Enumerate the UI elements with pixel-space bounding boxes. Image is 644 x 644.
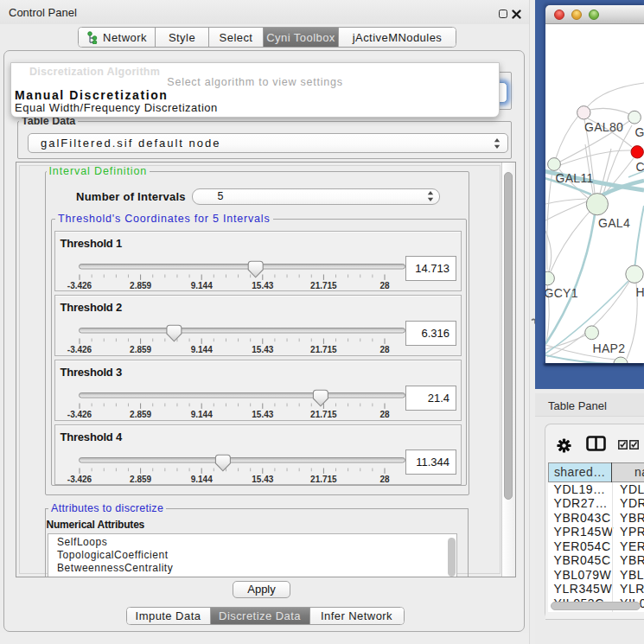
svg-text:15.43: 15.43 [252, 281, 273, 290]
svg-text:15.43: 15.43 [252, 410, 273, 419]
svg-text:C: C [636, 160, 644, 174]
svg-text:H: H [636, 285, 644, 299]
svg-text:9.144: 9.144 [191, 410, 213, 419]
svg-text:28: 28 [379, 281, 390, 290]
svg-text:2.859: 2.859 [130, 475, 151, 484]
svg-text:28: 28 [379, 345, 390, 354]
svg-text:-3.426: -3.426 [67, 475, 92, 484]
svg-text:GAL11: GAL11 [556, 171, 594, 185]
svg-text:15.43: 15.43 [252, 345, 273, 354]
svg-text:9.144: 9.144 [191, 345, 213, 354]
svg-text:-3.426: -3.426 [67, 410, 92, 419]
svg-text:2.859: 2.859 [130, 281, 151, 290]
svg-text:GAL80: GAL80 [584, 120, 623, 134]
svg-text:28: 28 [379, 410, 390, 419]
svg-text:9.144: 9.144 [191, 475, 213, 484]
svg-text:15.43: 15.43 [252, 475, 273, 484]
svg-text:-3.426: -3.426 [67, 345, 92, 354]
svg-text:2.859: 2.859 [130, 410, 151, 419]
svg-text:9.144: 9.144 [191, 281, 213, 290]
svg-text:HAP2: HAP2 [593, 341, 626, 355]
svg-text:21.715: 21.715 [310, 345, 337, 354]
svg-text:28: 28 [379, 475, 390, 484]
svg-text:GAL4: GAL4 [598, 216, 630, 230]
svg-text:21.715: 21.715 [310, 281, 337, 290]
svg-text:GA: GA [635, 125, 644, 139]
svg-text:21.715: 21.715 [310, 475, 337, 484]
svg-text:2.859: 2.859 [130, 345, 151, 354]
svg-text:-3.426: -3.426 [67, 281, 92, 290]
svg-text:GCY1: GCY1 [545, 286, 578, 300]
svg-text:21.715: 21.715 [310, 410, 337, 419]
